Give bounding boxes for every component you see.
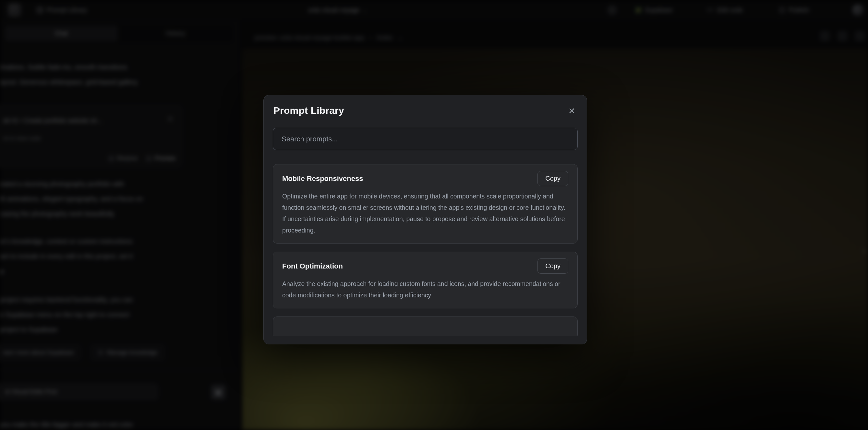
- prompt-card-partial: [273, 316, 578, 336]
- prompt-library-modal: Prompt Library ✕ Mobile Responsiveness C…: [264, 95, 587, 344]
- prompt-description: Analyze the existing approach for loadin…: [282, 278, 568, 301]
- copy-button[interactable]: Copy: [537, 258, 568, 274]
- copy-button[interactable]: Copy: [537, 171, 568, 186]
- prompt-description: Optimize the entire app for mobile devic…: [282, 191, 568, 236]
- prompt-title: Font Optimization: [282, 262, 343, 271]
- prompt-title: Mobile Responsiveness: [282, 175, 363, 183]
- modal-title: Prompt Library: [273, 105, 344, 116]
- search-input[interactable]: [273, 128, 578, 150]
- prompt-list: Mobile Responsiveness Copy Optimize the …: [273, 164, 578, 336]
- prompt-card-font-optimization: Font Optimization Copy Analyze the exist…: [273, 252, 578, 308]
- close-icon[interactable]: ✕: [566, 105, 578, 117]
- prompt-card-mobile-responsiveness: Mobile Responsiveness Copy Optimize the …: [273, 164, 578, 244]
